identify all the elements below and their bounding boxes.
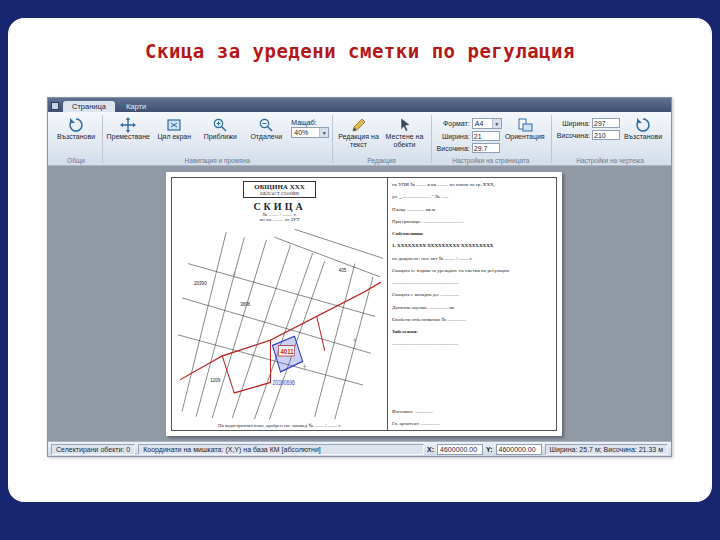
drawing-width-input[interactable]: 297	[592, 118, 620, 128]
ribbon-group-navigation: Преместване Цял екран Приближи	[102, 113, 332, 165]
prepared-by-line: Изготвил: ...............	[392, 409, 552, 415]
pan-button[interactable]: Преместване	[105, 115, 151, 141]
map-number-label: 20390	[194, 279, 207, 286]
format-combobox[interactable]: A4 ▼	[472, 118, 502, 129]
tab-page[interactable]: Страница	[63, 101, 115, 112]
municipality-name: ОБЩИНА ХХХ	[254, 183, 305, 191]
ribbon-group-drawing-setup: Ширина: 297 Височина: 210 Възстанови	[551, 113, 669, 165]
restore-icon	[635, 117, 651, 133]
zoom-out-button[interactable]: Отдалечи	[243, 115, 289, 141]
app-icon	[51, 102, 59, 110]
edit-text-icon	[351, 117, 367, 133]
sketch-left-column: ОБЩИНА ХХХ ОБЛАСТ СОФИЯ СКИЦА № ........…	[172, 178, 387, 430]
selected-objects-status: Селектирани обекти: 0	[51, 444, 135, 455]
sketch-text-column: на УПИ № ........ в кв. ........ по план…	[387, 178, 556, 430]
page-width-input[interactable]: 21	[472, 131, 500, 141]
notes-label: Забележки:	[392, 329, 552, 335]
sketch-text-line: Данъчна оценка: ............... лв.	[392, 305, 552, 311]
sketch-text-line: Скицата е валидна до: ...............	[392, 292, 552, 298]
cursor-icon	[397, 117, 413, 133]
municipality-region: ОБЛАСТ СОФИЯ	[254, 191, 305, 196]
parcel-number-label: 4011	[281, 347, 294, 355]
drawing-size-fields: Ширина: 297 Височина: 210	[554, 115, 620, 140]
municipality-header: ОБЩИНА ХХХ ОБЛАСТ СОФИЯ	[243, 181, 316, 198]
scale-control: Мащаб: 40% ▼	[291, 115, 329, 138]
page-size-fields: Формат: A4 ▼ Ширина: 21 Височина:	[434, 115, 502, 153]
scale-label: Мащаб:	[291, 119, 329, 126]
restore-button[interactable]: Възстанови	[53, 115, 99, 141]
chevron-down-icon[interactable]: ▼	[492, 119, 501, 128]
tab-strip: Страница Карти	[48, 98, 671, 112]
map-number-label: 3696	[240, 300, 250, 307]
content-panel: Скица за уредени сметки по регулация Стр…	[8, 18, 712, 502]
ribbon: Възстанови Общи Преместване	[48, 112, 671, 166]
document-footer-note: По кадастралния план, одобрен със запове…	[218, 423, 341, 428]
map-number-label: 405	[339, 266, 347, 273]
document-title: СКИЦА	[253, 201, 305, 212]
y-label: Y:	[486, 446, 492, 453]
drawing-height-input[interactable]: 210	[592, 130, 620, 140]
issue-purpose-line: Скицата се издава за уреждане на сметки …	[392, 268, 552, 274]
sketch-text-line: по документ: нот. акт № ........ / .....…	[392, 256, 552, 262]
sketch-text-line: на УПИ № ........ в кв. ........ по план…	[392, 182, 552, 188]
ribbon-group-edit: Редакция на текст Местене на обекти Реда…	[333, 113, 431, 165]
ribbon-group-page-setup: Формат: A4 ▼ Ширина: 21 Височина:	[431, 113, 551, 165]
format-label: Формат:	[434, 120, 470, 127]
slide: Скица за уредени сметки по регулация Стр…	[0, 0, 720, 540]
sketch-frame: ОБЩИНА ХХХ ОБЛАСТ СОФИЯ СКИЦА № ........…	[171, 177, 557, 431]
document-legal-basis: по чл. ........ от ЗУТ	[260, 217, 300, 222]
extent-status: Ширина: 25.7 м; Височина: 21.33 м	[545, 444, 668, 455]
sketch-text-line: ........................................…	[392, 280, 552, 286]
owners-label: Собственици:	[392, 231, 552, 237]
document-page: ОБЩИНА ХХХ ОБЛАСТ СОФИЯ СКИЦА № ........…	[166, 172, 562, 436]
status-bar: Селектирани обекти: 0 Координати на мишк…	[48, 441, 671, 456]
mouse-coordinates-status: Координати на мишката: (X,Y) на база КМ …	[138, 444, 424, 455]
x-coordinate-value: 4600000.00	[437, 444, 483, 455]
orientation-icon	[517, 117, 533, 133]
tab-maps[interactable]: Карти	[117, 101, 155, 112]
app-window: Страница Карти Възстанови Общи	[47, 97, 672, 457]
ribbon-group-general: Възстанови Общи	[50, 113, 102, 165]
sketch-text-line: ........................................…	[392, 341, 552, 347]
zoom-in-icon	[212, 117, 228, 133]
y-coordinate-value: 4600000.00	[496, 444, 542, 455]
scale-combobox[interactable]: 40% ▼	[291, 127, 329, 138]
owner-name-line: 1. ХХХХХХХХ ХХХХХХХХХ ХХХХХХХХХ	[392, 243, 552, 249]
page-height-input[interactable]: 29.7	[472, 143, 500, 153]
sketch-text-line: Особени отбелязвания № ...............	[392, 317, 552, 323]
move-objects-button[interactable]: Местене на обекти	[382, 115, 428, 149]
cadastral-map: 4011 20390696 20390 3696 405 1209	[174, 224, 385, 422]
move-icon	[120, 117, 136, 133]
x-label: X:	[427, 446, 434, 453]
parcel-id-label: 20390696	[272, 379, 294, 386]
full-extent-button[interactable]: Цял екран	[151, 115, 197, 141]
sketch-text-line: Площ: .............. кв.м	[392, 207, 552, 213]
page-height-label: Височина:	[434, 145, 470, 152]
drawing-width-label: Ширина:	[554, 120, 590, 127]
drawing-canvas[interactable]: ОБЩИНА ХХХ ОБЛАСТ СОФИЯ СКИЦА № ........…	[48, 166, 671, 441]
map-number-label: 1209	[210, 377, 220, 384]
chief-architect-line: Гл. архитект: ...............	[392, 421, 552, 427]
restore-drawing-button[interactable]: Възстанови	[620, 115, 666, 141]
fullscreen-icon	[166, 117, 182, 133]
orientation-button[interactable]: Ориентация	[502, 115, 548, 141]
sketch-text-line: ул. „........................“ № ......	[392, 194, 552, 200]
edit-text-button[interactable]: Редакция на текст	[336, 115, 382, 149]
drawing-height-label: Височина:	[554, 132, 590, 139]
zoom-out-icon	[258, 117, 274, 133]
page-width-label: Ширина:	[434, 133, 470, 140]
restore-icon	[68, 117, 84, 133]
page-title: Скица за уредени сметки по регулация	[8, 40, 712, 62]
chevron-down-icon[interactable]: ▼	[319, 128, 328, 137]
zoom-in-button[interactable]: Приближи	[197, 115, 243, 141]
sketch-text-line: При граници: ...........................…	[392, 219, 552, 225]
